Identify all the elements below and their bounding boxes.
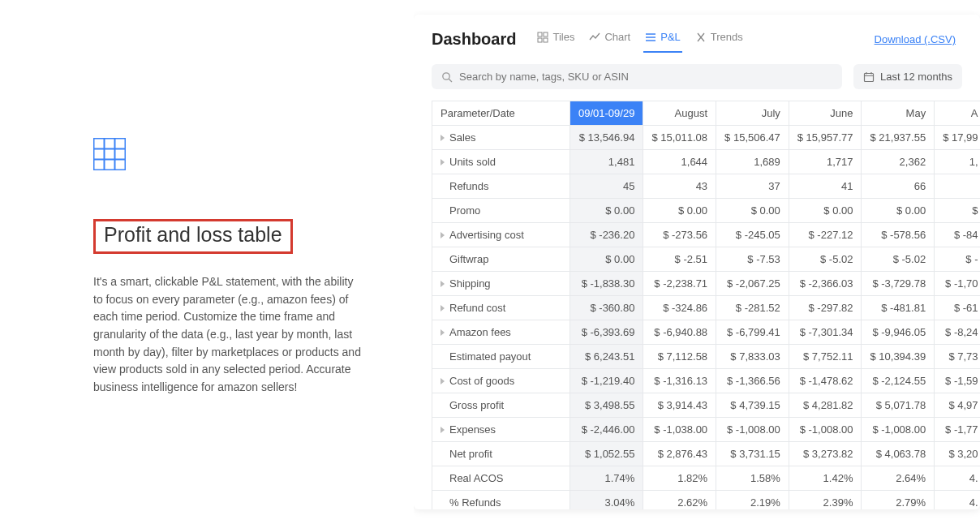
data-cell: $ 6,243.51 — [570, 345, 643, 369]
data-cell: $ -1,219.40 — [570, 369, 643, 393]
expand-caret-icon[interactable] — [441, 305, 445, 311]
table-row: Giftwrap$ 0.00$ -2.51$ -7.53$ -5.02$ -5.… — [432, 247, 981, 272]
table-row: Expenses$ -2,446.00$ -1,038.00$ -1,008.0… — [432, 418, 981, 442]
page-description: It's a smart, clickable P&L statement, w… — [93, 273, 361, 397]
expand-caret-icon[interactable] — [441, 135, 445, 141]
data-cell: $ -5.02 — [789, 247, 862, 272]
tab-chart[interactable]: Chart — [587, 26, 632, 53]
row-label-cell[interactable]: Shipping — [432, 272, 570, 296]
row-label-cell: Giftwrap — [432, 247, 570, 272]
data-cell: $ -61 — [935, 296, 980, 320]
tab-pnl[interactable]: P&L — [643, 26, 682, 53]
row-label: Refund cost — [449, 302, 505, 314]
search-input[interactable] — [459, 71, 832, 83]
col-header[interactable]: August — [643, 101, 716, 126]
table-row: Shipping$ -1,838.30$ -2,238.71$ -2,067.2… — [432, 272, 981, 296]
row-label: Sales — [449, 131, 476, 144]
data-cell: $ 15,957.77 — [789, 126, 862, 150]
row-label: Advertising cost — [449, 229, 524, 241]
row-label-cell[interactable]: Amazon fees — [432, 320, 570, 345]
svg-rect-8 — [544, 38, 548, 42]
expand-caret-icon[interactable] — [441, 159, 445, 165]
table-row: Cost of goods$ -1,219.40$ -1,316.13$ -1,… — [432, 369, 981, 393]
data-cell: $ -1,366.56 — [716, 369, 789, 393]
data-cell: $ -281.52 — [716, 296, 789, 320]
svg-point-14 — [443, 72, 449, 79]
tab-tiles[interactable]: Tiles — [535, 26, 576, 53]
data-cell: $ -3,729.78 — [862, 272, 935, 296]
data-cell: $ -236.20 — [570, 223, 643, 247]
row-label-cell: Estimated payout — [432, 345, 570, 369]
tab-trends[interactable]: Trends — [694, 26, 745, 53]
tab-chart-label: Chart — [604, 31, 630, 43]
table-row: Real ACOS1.74%1.82%1.58%1.42%2.64%4. — [432, 466, 981, 491]
row-label-cell[interactable]: Refund cost — [432, 296, 570, 320]
svg-rect-0 — [94, 139, 126, 170]
tab-pnl-label: P&L — [660, 31, 681, 43]
table-row: Net profit$ 1,052.55$ 2,876.43$ 3,731.15… — [432, 442, 981, 466]
data-cell: $ 7,752.11 — [789, 345, 862, 369]
data-cell: $ -1,838.30 — [570, 272, 643, 296]
row-label: Refunds — [449, 180, 488, 192]
data-cell: $ 13,546.94 — [570, 126, 643, 150]
data-cell: $ -481.81 — [862, 296, 935, 320]
row-label: Gross profit — [449, 399, 504, 411]
table-row: Amazon fees$ -6,393.69$ -6,940.88$ -6,79… — [432, 320, 981, 345]
row-label-cell[interactable]: Units sold — [432, 150, 570, 174]
data-cell: $ -9,946.05 — [862, 320, 935, 345]
row-label-cell[interactable]: Advertising cost — [432, 223, 570, 247]
row-label-cell: Promo — [432, 199, 570, 223]
table-row: % Refunds3.04%2.62%2.19%2.39%2.79%4. — [432, 491, 981, 510]
table-row: Refund cost$ -360.80$ -324.86$ -281.52$ … — [432, 296, 981, 320]
download-csv-link[interactable]: Download (.CSV) — [875, 33, 962, 45]
data-cell: $ 4,97 — [935, 393, 980, 418]
col-header[interactable]: May — [862, 101, 935, 126]
svg-line-15 — [449, 79, 452, 82]
row-label-cell[interactable]: Sales — [432, 126, 570, 150]
data-cell: 4. — [935, 466, 980, 491]
data-cell: $ -6,940.88 — [643, 320, 716, 345]
data-cell: $ -2,124.55 — [862, 369, 935, 393]
data-cell: $ -2,446.00 — [570, 418, 643, 442]
data-cell: 1.82% — [643, 466, 716, 491]
data-cell: $ -2,366.03 — [789, 272, 862, 296]
search-box[interactable] — [432, 64, 842, 89]
expand-caret-icon[interactable] — [441, 329, 445, 336]
table-row: Estimated payout$ 6,243.51$ 7,112.58$ 7,… — [432, 345, 981, 369]
row-label: Units sold — [449, 156, 496, 168]
data-cell: $ 2,876.43 — [643, 442, 716, 466]
data-cell: $ 1,052.55 — [570, 442, 643, 466]
expand-caret-icon[interactable] — [441, 281, 445, 287]
data-cell: $ -1,008.00 — [716, 418, 789, 442]
data-cell: $ -7.53 — [716, 247, 789, 272]
data-cell: $ 7,73 — [935, 345, 980, 369]
row-label-cell[interactable]: Cost of goods — [432, 369, 570, 393]
data-cell: $ 4,063.78 — [862, 442, 935, 466]
row-label: Expenses — [449, 423, 496, 436]
expand-caret-icon[interactable] — [441, 232, 445, 238]
expand-caret-icon[interactable] — [441, 427, 445, 433]
data-cell: $ -1,70 — [935, 272, 980, 296]
row-label: Net profit — [449, 448, 492, 460]
data-cell: $ 15,506.47 — [716, 126, 789, 150]
data-cell: 1,644 — [643, 150, 716, 174]
row-label-cell[interactable]: Expenses — [432, 418, 570, 442]
data-cell: $ -273.56 — [643, 223, 716, 247]
col-header[interactable]: 09/01-09/29 — [570, 101, 643, 126]
row-label: Cost of goods — [449, 375, 514, 387]
data-cell: $ -1,008.00 — [789, 418, 862, 442]
row-label: % Refunds — [449, 496, 501, 509]
col-header-parameter[interactable]: Parameter/Date — [432, 101, 570, 126]
grid-icon — [93, 138, 126, 170]
pnl-table: Parameter/Date09/01-09/29AugustJulyJuneM… — [432, 101, 980, 509]
data-cell: 1,689 — [716, 150, 789, 174]
period-selector[interactable]: Last 12 months — [853, 64, 962, 89]
row-label: Real ACOS — [449, 472, 503, 484]
calendar-icon — [863, 71, 875, 83]
col-header[interactable]: June — [789, 101, 862, 126]
expand-caret-icon[interactable] — [441, 378, 445, 384]
col-header[interactable]: July — [716, 101, 789, 126]
col-header[interactable]: A — [935, 101, 980, 126]
data-cell: $ 3,20 — [935, 442, 980, 466]
search-icon — [441, 71, 453, 83]
